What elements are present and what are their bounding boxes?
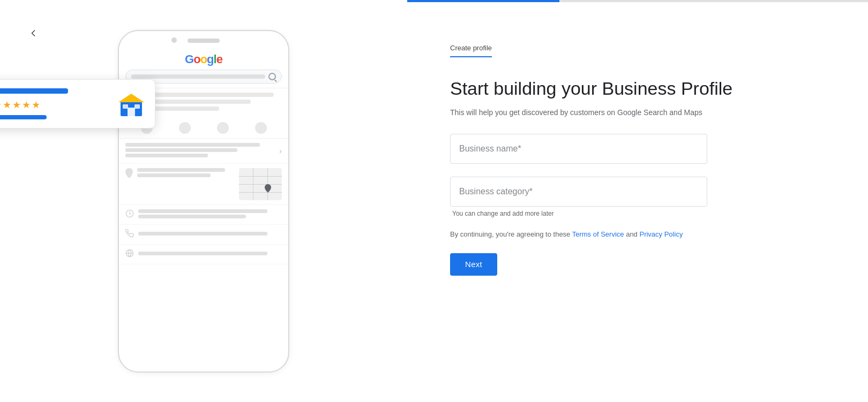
left-panel: Google [0, 0, 407, 402]
progress-bar-fill [407, 0, 559, 2]
hint-text: You can change and add more later [450, 210, 825, 217]
nav-icon [179, 122, 191, 134]
search-bar-line [131, 74, 265, 79]
row-line [125, 148, 237, 152]
card-small-bar [0, 115, 47, 119]
chevron-right-icon: › [279, 147, 282, 155]
phone-row-globe [119, 245, 288, 264]
map-thumbnail [239, 168, 282, 200]
card-blue-bar [0, 88, 68, 94]
privacy-policy-link[interactable]: Privacy Policy [639, 230, 683, 238]
next-button[interactable]: Next [450, 253, 497, 276]
tab-label: Create profile [450, 44, 492, 57]
terms-mid-text: and [624, 230, 640, 238]
globe-icon [125, 249, 134, 260]
card-info: ★★★★★ [0, 88, 110, 119]
business-category-input[interactable] [450, 177, 707, 207]
main-heading: Start building your Business Profile [450, 78, 825, 100]
progress-bar-container [407, 0, 868, 2]
nav-icon [217, 122, 229, 134]
row-lines [138, 232, 282, 237]
map-grid-h [239, 176, 282, 177]
phone-row-1: › [119, 139, 288, 164]
row-line [125, 143, 260, 147]
form-area: Create profile Start building your Busin… [407, 21, 868, 297]
svg-rect-5 [128, 108, 135, 116]
location-pin-icon [125, 168, 133, 180]
back-button[interactable] [24, 24, 43, 43]
svg-marker-4 [118, 94, 144, 102]
row-line [138, 215, 246, 218]
terms-before-text: By continuing, you're agreeing to these [450, 230, 572, 238]
clock-icon [125, 209, 134, 220]
phone-row-clock [119, 205, 288, 225]
map-pin-icon [265, 184, 271, 195]
nav-icon [255, 122, 267, 134]
row-lines [138, 252, 282, 257]
phone-speaker [188, 39, 220, 43]
row-line [137, 168, 225, 172]
map-grid-v [253, 168, 253, 200]
map-row-lines [137, 168, 235, 179]
map-grid-h [239, 184, 282, 185]
row-line [138, 232, 267, 236]
business-name-wrap [450, 134, 825, 164]
map-left [125, 168, 235, 200]
row-lines [125, 143, 275, 159]
google-logo: Google [125, 52, 282, 66]
row-line [138, 252, 267, 255]
map-area [119, 164, 288, 205]
row-line [137, 173, 211, 177]
search-icon [268, 73, 276, 80]
svg-rect-7 [134, 104, 140, 109]
phone-icon [125, 229, 134, 240]
row-lines [138, 209, 282, 220]
business-category-wrap: You can change and add more later [450, 177, 825, 217]
map-grid-h [239, 192, 282, 193]
svg-rect-6 [123, 104, 128, 109]
row-line [125, 154, 208, 157]
terms-text: By continuing, you're agreeing to these … [450, 230, 707, 238]
sub-text: This will help you get discovered by cus… [450, 108, 825, 117]
phone-row-phone [119, 225, 288, 245]
card-stars: ★★★★★ [0, 99, 110, 111]
terms-of-service-link[interactable]: Terms of Service [572, 230, 624, 238]
store-icon [116, 88, 146, 118]
business-card-overlay: ★★★★★ [0, 79, 155, 128]
row-line [138, 209, 267, 213]
right-panel: Create profile Start building your Busin… [407, 0, 868, 402]
phone-camera [171, 37, 177, 43]
business-name-input[interactable] [450, 134, 707, 164]
